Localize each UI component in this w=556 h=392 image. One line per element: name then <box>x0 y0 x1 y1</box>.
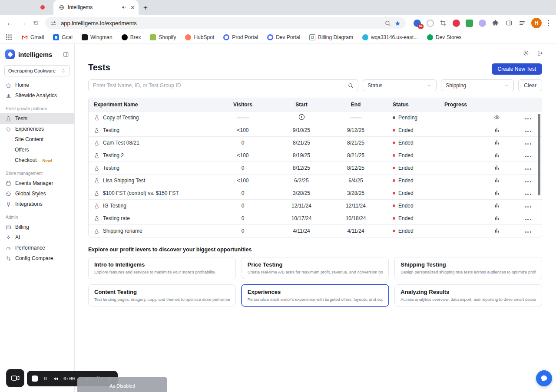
sidebar-item-sitewide-analytics[interactable]: Sitewide Analytics <box>0 90 74 101</box>
org-selector[interactable]: Ovenspring Cookware <box>4 65 70 76</box>
extension-icon[interactable] <box>479 20 486 27</box>
row-menu-button[interactable] <box>523 179 533 184</box>
sidebar-item-config-compare[interactable]: Config Compare <box>0 253 74 264</box>
reload-button[interactable] <box>30 17 42 29</box>
bookmark-hubspot[interactable]: HubSpot <box>185 34 214 40</box>
clear-filters-button[interactable]: Clear <box>518 79 542 91</box>
results-chart-icon[interactable] <box>494 202 500 208</box>
forward-button[interactable]: → <box>17 17 29 29</box>
table-row[interactable]: Testing rate 0 10/17/24 10/18/24 Ended <box>89 212 542 224</box>
results-chart-icon[interactable] <box>494 177 500 183</box>
row-menu-button[interactable] <box>523 154 533 159</box>
bookmark-wingman[interactable]: Wingman <box>82 34 113 40</box>
sidebar-item-experiences[interactable]: Experiences <box>0 124 74 134</box>
logout-icon[interactable] <box>536 50 543 56</box>
results-chart-icon[interactable] <box>494 127 500 133</box>
pause-icon[interactable] <box>43 376 48 382</box>
row-menu-button[interactable] <box>523 230 533 234</box>
results-chart-icon[interactable] <box>494 165 500 171</box>
tab-close-icon[interactable]: ✕ <box>130 5 135 10</box>
results-chart-icon[interactable] <box>494 139 500 145</box>
site-settings-icon[interactable] <box>50 20 57 26</box>
status-filter-select[interactable]: Status <box>363 79 437 91</box>
sidebar-item-ai[interactable]: AI <box>0 232 74 243</box>
test-search-field[interactable] <box>88 79 358 91</box>
extension-icon[interactable] <box>466 20 473 27</box>
bookmark-brex[interactable]: Brex <box>122 34 141 40</box>
row-menu-button[interactable] <box>523 167 533 171</box>
lens-search-icon[interactable] <box>384 20 391 26</box>
extensions-puzzle-icon[interactable] <box>492 20 499 27</box>
search-input[interactable] <box>93 82 344 89</box>
bookmark-dev-portal[interactable]: Dev Portal <box>267 34 300 40</box>
card-experiences[interactable]: ExperiencesPersonalize each visitor's ex… <box>242 284 389 306</box>
card-content-testing[interactable]: Content TestingTest landing pages, image… <box>88 284 236 306</box>
table-row[interactable]: Shipping rename 0 4/11/24 4/11/24 Ended <box>89 224 542 237</box>
results-chart-icon[interactable] <box>494 215 500 221</box>
create-new-test-button[interactable]: Create New Test <box>492 63 542 75</box>
sidebar-item-site-content[interactable]: Site Content <box>0 134 74 145</box>
table-row[interactable]: Copy of Testing ------- ------- Pending <box>89 111 542 124</box>
sidebar-item-billing[interactable]: Billing <box>0 222 74 232</box>
settings-gear-icon[interactable] <box>523 50 529 56</box>
table-row[interactable]: $100 FST (control) vs. $150 FST 0 3/28/2… <box>89 187 542 199</box>
sidebar-item-home[interactable]: Home <box>0 80 74 90</box>
tab-list-button[interactable] <box>516 17 528 29</box>
bookmark-prod-portal[interactable]: Prod Portal <box>223 34 258 40</box>
screen-recorder-camera-button[interactable] <box>6 369 24 387</box>
browser-tab[interactable]: Intelligems ✕ <box>53 0 139 15</box>
sidebar-collapse-icon[interactable] <box>63 51 69 58</box>
results-chart-icon[interactable] <box>494 152 500 158</box>
row-menu-button[interactable] <box>523 192 533 197</box>
card-shipping-testing[interactable]: Shipping TestingDesign personalized ship… <box>394 257 542 279</box>
password-extension-icon[interactable]: 9+ <box>414 20 421 27</box>
row-menu-button[interactable] <box>523 217 533 222</box>
table-row[interactable]: Lisa Shipping Test <100 6/2/25 6/4/25 En… <box>89 174 542 187</box>
table-row[interactable]: Testing <100 9/10/25 9/12/25 Ended <box>89 124 542 136</box>
screenshot-extension-icon[interactable] <box>440 20 447 27</box>
extension-icon[interactable] <box>453 20 460 27</box>
bookmark-gmail[interactable]: Gmail <box>22 34 44 40</box>
restart-rewind-icon[interactable] <box>53 376 59 382</box>
sidebar-item-global-styles[interactable]: Global Styles <box>0 188 74 199</box>
address-bar[interactable]: app.intelligems.io/experiments ★ <box>45 17 406 29</box>
profile-avatar[interactable]: H <box>531 18 542 28</box>
side-panel-button[interactable] <box>503 17 515 29</box>
bookmark-star-icon[interactable]: ★ <box>395 20 400 26</box>
bookmark-snowflake[interactable]: wqa33146.us-east... <box>362 34 418 40</box>
chat-widget-button[interactable] <box>536 370 552 386</box>
stop-recording-button[interactable] <box>32 376 38 382</box>
bookmark-dev-stores[interactable]: Dev Stores <box>427 34 461 40</box>
back-button[interactable]: ← <box>4 17 16 29</box>
apps-grid-icon[interactable] <box>6 34 12 40</box>
results-chart-icon[interactable] <box>494 227 500 234</box>
sidebar-item-performance[interactable]: Performance <box>0 243 74 253</box>
row-menu-button[interactable] <box>523 204 533 209</box>
new-tab-button[interactable]: + <box>143 3 148 12</box>
start-test-play-button[interactable] <box>298 113 305 121</box>
preview-eye-icon[interactable] <box>494 114 500 120</box>
tab-audio-icon[interactable] <box>121 4 127 10</box>
card-intro[interactable]: Intro to IntelligemsExplore features and… <box>88 257 236 279</box>
extension-icon[interactable] <box>427 20 434 27</box>
table-row[interactable]: Testing 2 <100 8/19/25 8/21/25 Ended <box>89 149 542 161</box>
table-row[interactable]: Testing 0 8/12/25 8/12/25 Ended <box>89 161 542 174</box>
sidebar-item-tests[interactable]: Tests <box>0 113 74 124</box>
bookmark-gcal[interactable]: Gcal <box>53 34 73 40</box>
row-menu-button[interactable] <box>523 116 533 121</box>
results-chart-icon[interactable] <box>494 190 500 196</box>
row-menu-button[interactable] <box>523 142 533 146</box>
bookmark-billing-diagram[interactable]: Billing Diagram <box>309 34 353 40</box>
sidebar-item-checkout[interactable]: CheckoutNew! <box>0 155 74 165</box>
row-menu-button[interactable] <box>523 129 533 134</box>
sidebar-item-events-manager[interactable]: Events Manager <box>0 178 74 188</box>
table-row[interactable]: IG Testing 0 12/11/24 12/11/24 Ended <box>89 199 542 212</box>
type-filter-select[interactable]: Shipping <box>441 79 514 91</box>
browser-menu-button[interactable] <box>545 18 552 28</box>
table-row[interactable]: Cam Test 08/21 0 8/21/25 8/21/25 Ended <box>89 136 542 149</box>
table-scrollbar[interactable] <box>538 114 540 195</box>
sidebar-item-integrations[interactable]: Integrations <box>0 199 74 209</box>
sidebar-item-offers[interactable]: Offers <box>0 145 74 155</box>
card-analyzing-results[interactable]: Analyzing ResultsAccess analytics overvi… <box>394 284 542 306</box>
card-price-testing[interactable]: Price TestingCreate real-time A/B tests … <box>242 257 389 279</box>
